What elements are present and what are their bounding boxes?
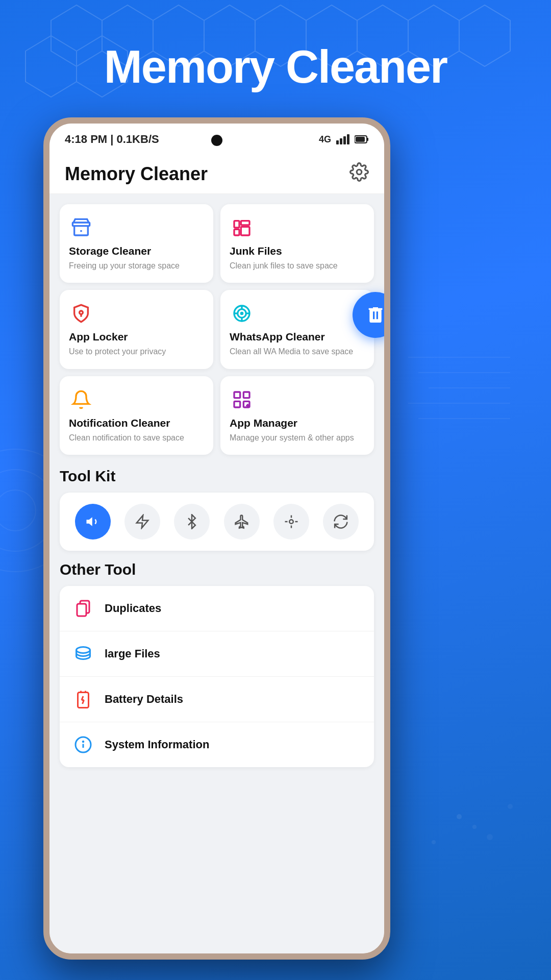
toolkit-airplane-button[interactable] xyxy=(224,504,260,540)
locker-icon xyxy=(69,301,93,326)
status-bar: 4:18 PM | 0.1KB/S 4G xyxy=(49,124,384,152)
feature-desc-junk: Clean junk files to save space xyxy=(230,260,365,272)
svg-point-51 xyxy=(289,520,293,524)
duplicates-icon xyxy=(72,597,94,620)
svg-point-34 xyxy=(80,311,83,314)
feature-card-app-manager[interactable]: App Manager Manage your system & other a… xyxy=(220,376,374,455)
feature-name-whatsapp: WhatsApp Cleaner xyxy=(230,331,365,343)
tool-list-item-system-information[interactable]: System Information xyxy=(60,722,374,767)
feature-card-storage-cleaner[interactable]: Storage Cleaner Freeing up your storage … xyxy=(60,204,213,283)
gear-icon[interactable] xyxy=(349,162,369,186)
feature-name-notification: Notification Cleaner xyxy=(69,417,204,429)
toolkit-row xyxy=(60,493,374,551)
feature-card-whatsapp-cleaner[interactable]: WhatsApp Cleaner Clean all WA Media to s… xyxy=(220,290,374,369)
feature-desc-locker: Use to protect your privacy xyxy=(69,346,204,357)
page-title: Memory Cleaner xyxy=(0,41,551,93)
feature-name-storage: Storage Cleaner xyxy=(69,245,204,257)
toolkit-bluetooth-button[interactable] xyxy=(174,504,210,540)
phone-frame: 4:18 PM | 0.1KB/S 4G Memory Cleaner xyxy=(43,117,390,960)
svg-rect-31 xyxy=(234,229,239,235)
svg-point-20 xyxy=(472,825,477,829)
storage-icon xyxy=(69,215,93,240)
svg-point-18 xyxy=(0,490,36,531)
feature-desc-notification: Clean notification to save space xyxy=(69,432,204,444)
toolkit-volume-button[interactable] xyxy=(75,504,111,540)
camera-dot xyxy=(211,135,222,146)
toolkit-rotate-button[interactable] xyxy=(323,504,359,540)
svg-rect-28 xyxy=(72,223,89,226)
app-header-title: Memory Cleaner xyxy=(65,163,208,185)
feature-card-notification-cleaner[interactable]: Notification Cleaner Clean notification … xyxy=(60,376,213,455)
tool-list-item-duplicates[interactable]: Duplicates xyxy=(60,586,374,631)
other-tool-list: Duplicates large Files xyxy=(60,586,374,767)
feature-card-junk-files[interactable]: Junk Files Clean junk files to save spac… xyxy=(220,204,374,283)
svg-rect-30 xyxy=(234,221,239,228)
scroll-content[interactable]: Storage Cleaner Freeing up your storage … xyxy=(49,194,384,953)
battery-details-icon xyxy=(72,688,94,710)
tool-list-item-battery-details[interactable]: Battery Details xyxy=(60,677,374,722)
svg-rect-25 xyxy=(367,138,368,141)
appmanager-icon xyxy=(230,387,254,412)
feature-desc-storage: Freeing up your storage space xyxy=(69,260,204,272)
svg-marker-50 xyxy=(137,516,148,528)
app-header: Memory Cleaner xyxy=(49,152,384,194)
toolkit-flashlight-button[interactable] xyxy=(124,504,160,540)
status-time: 4:18 PM | 0.1KB/S xyxy=(65,133,159,146)
svg-point-19 xyxy=(457,814,462,819)
feature-card-app-locker[interactable]: App Locker Use to protect your privacy xyxy=(60,290,213,369)
signal-bars xyxy=(336,134,349,144)
svg-point-23 xyxy=(508,804,513,809)
phone-screen: 4:18 PM | 0.1KB/S 4G Memory Cleaner xyxy=(49,124,384,953)
svg-point-58 xyxy=(77,647,90,653)
svg-rect-43 xyxy=(234,392,240,398)
sysinfo-label: System Information xyxy=(105,738,209,751)
feature-name-junk: Junk Files xyxy=(230,245,365,257)
feature-desc-whatsapp: Clean all WA Media to save space xyxy=(230,346,365,357)
duplicates-label: Duplicates xyxy=(105,602,161,615)
svg-point-21 xyxy=(487,834,493,840)
feature-name-appmanager: App Manager xyxy=(230,417,365,429)
svg-marker-49 xyxy=(86,517,92,526)
feature-grid: Storage Cleaner Freeing up your storage … xyxy=(60,204,374,455)
battery-icon xyxy=(355,135,369,144)
tool-list-item-large-files[interactable]: large Files xyxy=(60,631,374,677)
network-icon: 4G xyxy=(319,134,331,145)
notification-icon xyxy=(69,387,93,412)
sysinfo-icon xyxy=(72,733,94,756)
svg-rect-45 xyxy=(234,401,240,407)
feature-name-locker: App Locker xyxy=(69,331,204,343)
svg-rect-57 xyxy=(77,604,86,616)
svg-rect-33 xyxy=(241,227,249,235)
svg-rect-44 xyxy=(243,392,249,398)
feature-desc-appmanager: Manage your system & other apps xyxy=(230,432,365,444)
battery-details-label: Battery Details xyxy=(105,693,183,706)
othertool-section-title: Other Tool xyxy=(60,561,374,578)
status-icons: 4G xyxy=(319,134,369,145)
svg-rect-26 xyxy=(356,137,365,142)
whatsapp-icon xyxy=(230,301,254,326)
svg-point-27 xyxy=(357,169,362,175)
svg-point-38 xyxy=(241,313,242,314)
svg-rect-32 xyxy=(241,221,249,225)
toolkit-section-title: Tool Kit xyxy=(60,468,374,485)
toolkit-location-button[interactable] xyxy=(273,504,309,540)
junk-icon xyxy=(230,215,254,240)
largefiles-label: large Files xyxy=(105,647,160,660)
svg-point-22 xyxy=(432,840,436,844)
largefiles-icon xyxy=(72,643,94,665)
